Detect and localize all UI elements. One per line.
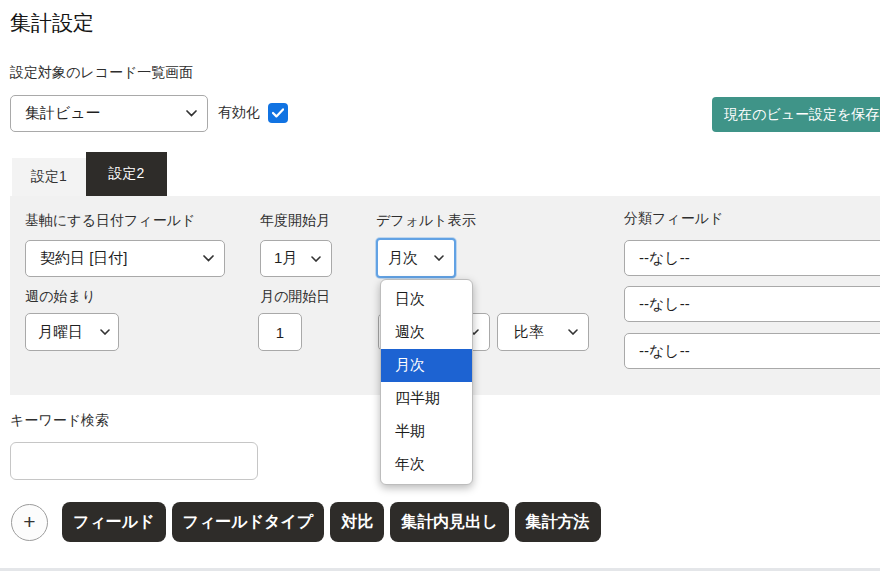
base-date-field-select[interactable]: 契約日 [日付] — [25, 240, 225, 277]
keyword-search-label: キーワード検索 — [10, 412, 109, 430]
dropdown-option-monthly[interactable]: 月次 — [381, 349, 472, 382]
category-field-select-3[interactable]: --なし-- — [624, 333, 880, 369]
record-list-label: 設定対象のレコード一覧画面 — [10, 64, 193, 82]
chevron-down-icon — [568, 329, 578, 335]
ratio-select-value: 比率 — [514, 323, 544, 342]
category-field-select-2[interactable]: --なし-- — [624, 286, 880, 322]
dropdown-option-daily[interactable]: 日次 — [381, 283, 472, 316]
aggregation-heading-button[interactable]: 集計内見出し — [390, 502, 508, 542]
save-view-settings-button[interactable]: 現在のビュー設定を保存 — [712, 97, 880, 132]
base-date-field-label: 基軸にする日付フィールド — [25, 212, 195, 230]
enable-group: 有効化 — [218, 103, 288, 123]
default-display-label: デフォルト表示 — [376, 212, 476, 230]
week-start-select[interactable]: 月曜日 — [25, 313, 119, 351]
dropdown-option-yearly[interactable]: 年次 — [381, 448, 472, 481]
category-field-value-2: --なし-- — [639, 295, 690, 314]
page-title: 集計設定 — [10, 9, 94, 37]
month-start-day-input[interactable] — [258, 313, 302, 351]
default-display-select[interactable]: 月次 — [376, 238, 456, 278]
week-start-label: 週の始まり — [25, 288, 96, 306]
tab-settings-2[interactable]: 設定2 — [86, 152, 167, 196]
keyword-search-input[interactable] — [10, 442, 258, 480]
dropdown-option-quarterly[interactable]: 四半期 — [381, 382, 472, 415]
category-field-select-1[interactable]: --なし-- — [624, 240, 880, 276]
check-icon — [272, 108, 284, 118]
dropdown-option-weekly[interactable]: 週次 — [381, 316, 472, 349]
chevron-down-icon — [434, 255, 444, 261]
ratio-select[interactable]: 比率 — [497, 313, 589, 351]
default-display-value: 月次 — [388, 249, 418, 268]
week-start-value: 月曜日 — [38, 323, 83, 342]
aggregation-method-button[interactable]: 集計方法 — [515, 502, 601, 542]
base-date-field-value: 契約日 [日付] — [40, 249, 128, 268]
settings-panel: 基軸にする日付フィールド 年度開始月 デフォルト表示 分類フィールド 週の始まり… — [10, 196, 880, 395]
chevron-down-icon — [100, 329, 110, 335]
enable-label: 有効化 — [218, 104, 260, 122]
month-start-day-label: 月の開始日 — [260, 288, 330, 306]
fiscal-start-month-select[interactable]: 1月 — [260, 240, 332, 277]
enable-checkbox[interactable] — [268, 103, 288, 123]
display-options-dropdown: 日次 週次 月次 四半期 半期 年次 — [380, 279, 473, 485]
chevron-down-icon — [203, 255, 214, 262]
chevron-down-icon — [311, 256, 321, 262]
fiscal-start-month-value: 1月 — [274, 249, 297, 268]
tab-settings-1[interactable]: 設定1 — [12, 158, 86, 196]
category-field-value-3: --なし-- — [639, 342, 690, 361]
category-field-value-1: --なし-- — [639, 249, 690, 268]
aggregation-settings-page: 集計設定 設定対象のレコード一覧画面 集計ビュー 有効化 現在のビュー設定を保存… — [0, 0, 880, 571]
dropdown-option-half-year[interactable]: 半期 — [381, 415, 472, 448]
toolbar: + フィールド フィールドタイプ 対比 集計内見出し 集計方法 — [11, 502, 601, 542]
add-button[interactable]: + — [11, 504, 48, 541]
category-field-label: 分類フィールド — [624, 210, 723, 228]
field-type-button[interactable]: フィールドタイプ — [172, 502, 325, 542]
comparison-button[interactable]: 対比 — [330, 502, 384, 542]
view-select[interactable]: 集計ビュー — [10, 95, 208, 132]
view-select-value: 集計ビュー — [25, 104, 101, 123]
fiscal-start-month-label: 年度開始月 — [260, 212, 330, 230]
chevron-down-icon — [186, 110, 197, 117]
field-button[interactable]: フィールド — [62, 502, 166, 542]
